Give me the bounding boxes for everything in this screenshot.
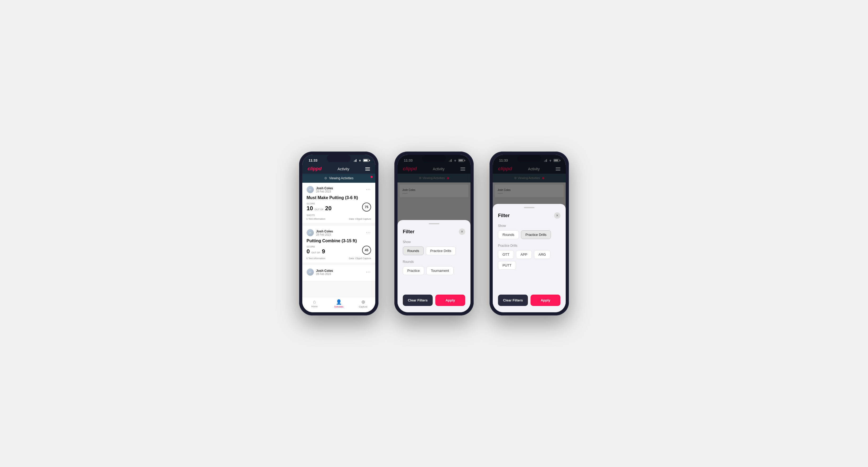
out-of-1: OUT OF xyxy=(314,208,323,211)
user-date-3: 28 Feb 2023 xyxy=(316,273,333,276)
tournament-chip-2[interactable]: Tournament xyxy=(426,266,454,275)
nav-home-label: Home xyxy=(311,305,318,308)
filter-actions-3: Clear Filters Apply xyxy=(498,294,560,306)
user-info-1: JC Josh Coles 28 Feb 2023 xyxy=(307,186,333,193)
card-header-2: JC Josh Coles 28 Feb 2023 ··· xyxy=(307,229,371,237)
filter-title-3: Filter xyxy=(498,213,509,218)
rounds-chip-2[interactable]: Rounds xyxy=(403,246,424,255)
user-name-1: Josh Coles xyxy=(316,186,333,190)
phone-1: 11:33 xyxy=(299,152,378,315)
user-info-2: JC Josh Coles 28 Feb 2023 xyxy=(307,229,333,237)
nav-title-1: Activity xyxy=(338,167,349,171)
show-label-2: Show xyxy=(403,240,465,244)
rounds-chip-3[interactable]: Rounds xyxy=(498,230,519,239)
practice-drills-chip-3[interactable]: Practice Drills xyxy=(521,230,551,239)
scene: 11:33 xyxy=(283,136,585,331)
activities-icon: 👤 xyxy=(336,299,342,305)
viewing-bar-text-1: Viewing Activities xyxy=(329,176,353,180)
close-button-2[interactable]: ✕ xyxy=(459,228,465,235)
more-button-3[interactable]: ··· xyxy=(366,270,371,275)
data-source-2: Data: Clippd Capture xyxy=(349,257,371,260)
screen-2: 11:33 xyxy=(398,155,470,312)
card-header-3: JC Josh Coles 28 Feb 2023 ··· xyxy=(307,269,371,276)
practice-drills-chip-2[interactable]: Practice Drills xyxy=(426,246,456,255)
activity-card-3[interactable]: JC Josh Coles 28 Feb 2023 ··· xyxy=(302,265,375,281)
shots-value-2: 9 xyxy=(322,248,325,255)
drills-chips-3: OTT APP ARG PUTT xyxy=(498,250,560,270)
logo-1: clippd xyxy=(308,166,321,172)
ott-chip-3[interactable]: OTT xyxy=(498,250,514,259)
arg-chip-3[interactable]: ARG xyxy=(534,250,550,259)
svg-rect-3 xyxy=(356,159,356,162)
home-icon: ⌂ xyxy=(313,299,316,305)
avatar-3: JC xyxy=(307,269,314,276)
shots-label-1: Shots xyxy=(307,214,371,217)
more-button-1[interactable]: ··· xyxy=(366,187,371,192)
user-info-3: JC Josh Coles 28 Feb 2023 xyxy=(307,269,333,276)
filter-overlay-2: Filter ✕ Show Rounds Practice Drills Rou… xyxy=(398,155,470,312)
user-date-2: 28 Feb 2023 xyxy=(316,233,333,236)
svg-rect-2 xyxy=(355,160,356,162)
activity-list: JC Josh Coles 28 Feb 2023 ··· Must Make … xyxy=(302,183,375,297)
show-chips-3: Rounds Practice Drills xyxy=(498,230,560,239)
status-icons-1 xyxy=(353,159,369,162)
shots-value-1: 20 xyxy=(325,205,331,212)
activity-card-2[interactable]: JC Josh Coles 28 Feb 2023 ··· Putting Co… xyxy=(302,226,375,263)
svg-rect-1 xyxy=(354,160,355,162)
test-info-2: ℹ Test Information xyxy=(307,257,325,260)
clear-filters-button-2[interactable]: Clear Filters xyxy=(403,294,433,306)
bottom-nav-1: ⌂ Home 👤 Activities ⊕ Capture xyxy=(302,297,375,312)
rounds-label-2: Rounds xyxy=(403,260,465,263)
sheet-header-3: Filter ✕ xyxy=(498,212,560,219)
nav-capture[interactable]: ⊕ Capture xyxy=(351,299,375,308)
card-header-1: JC Josh Coles 28 Feb 2023 ··· xyxy=(307,186,371,193)
user-name-2: Josh Coles xyxy=(316,229,333,233)
activity-title-1: Must Make Putting (3-6 ft) xyxy=(307,195,371,200)
show-chips-2: Rounds Practice Drills xyxy=(403,246,465,255)
score-value-1: 10 xyxy=(307,205,313,212)
signal-icon xyxy=(353,159,357,162)
data-source-1: Data: Clippd Capture xyxy=(349,218,371,220)
activity-card-1[interactable]: JC Josh Coles 28 Feb 2023 ··· Must Make … xyxy=(302,183,375,224)
phone-3: 11:33 xyxy=(490,152,569,315)
show-label-3: Show xyxy=(498,224,560,228)
filter-overlay-3: Filter ✕ Show Rounds Practice Drills Pra… xyxy=(493,155,566,312)
score-label-2: Score xyxy=(307,245,325,248)
sheet-handle-3 xyxy=(524,207,534,208)
capture-icon: ⊕ xyxy=(361,299,365,305)
score-label-1: Score xyxy=(307,202,332,205)
test-info-1: ℹ Test Information xyxy=(307,218,325,220)
filter-actions-2: Clear Filters Apply xyxy=(403,294,465,306)
viewing-bar-1[interactable]: ⚙ Viewing Activities xyxy=(302,174,375,183)
close-button-3[interactable]: ✕ xyxy=(554,212,560,219)
filter-title-2: Filter xyxy=(403,229,414,235)
filter-sheet-3: Filter ✕ Show Rounds Practice Drills Pra… xyxy=(493,204,566,312)
activity-title-2: Putting Combine (3-15 ft) xyxy=(307,239,371,243)
svg-rect-0 xyxy=(353,161,354,162)
filter-sheet-2: Filter ✕ Show Rounds Practice Drills Rou… xyxy=(398,220,470,312)
battery-icon xyxy=(363,159,369,162)
battery-fill xyxy=(364,159,368,161)
nav-home[interactable]: ⌂ Home xyxy=(302,299,327,308)
apply-button-3[interactable]: Apply xyxy=(530,294,560,306)
nav-activities-label: Activities xyxy=(334,305,344,308)
clear-filters-button-3[interactable]: Clear Filters xyxy=(498,294,528,306)
menu-button-1[interactable] xyxy=(365,167,370,170)
putt-chip-3[interactable]: PUTT xyxy=(498,261,516,270)
wifi-icon xyxy=(358,159,362,162)
practice-round-chip-2[interactable]: Practice xyxy=(403,266,424,275)
sheet-header-2: Filter ✕ xyxy=(403,228,465,235)
nav-activities[interactable]: 👤 Activities xyxy=(327,299,351,308)
shot-quality-badge-2: 45 xyxy=(362,246,371,255)
dynamic-island-1 xyxy=(327,155,351,162)
screen-3: 11:33 xyxy=(493,155,566,312)
apply-button-2[interactable]: Apply xyxy=(435,294,465,306)
card-footer-1: ℹ Test Information Data: Clippd Capture xyxy=(307,218,371,220)
user-name-3: Josh Coles xyxy=(316,269,333,273)
app-chip-3[interactable]: APP xyxy=(516,250,532,259)
svg-point-4 xyxy=(360,161,360,162)
nav-bar-1: clippd Activity xyxy=(302,164,375,174)
more-button-2[interactable]: ··· xyxy=(366,230,371,235)
status-time-1: 11:33 xyxy=(309,158,317,162)
nav-capture-label: Capture xyxy=(359,305,367,308)
